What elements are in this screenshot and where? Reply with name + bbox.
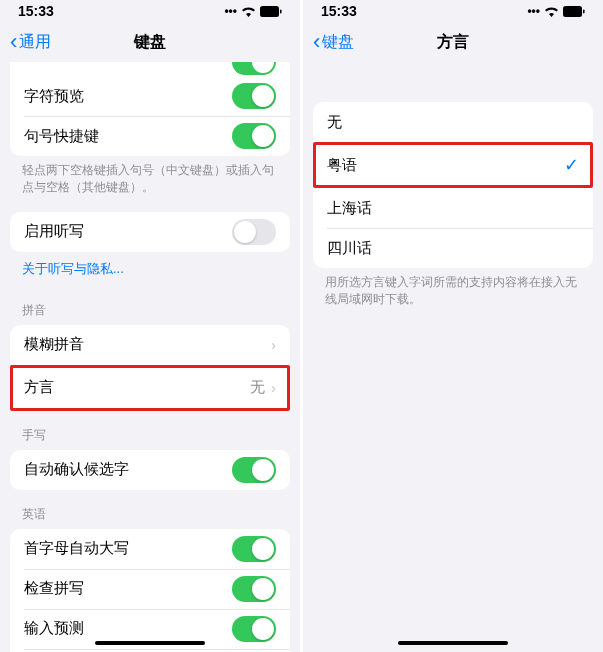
group-english: 首字母自动大写 检查拼写 输入预测 滑行键入时逐词删除 <box>10 529 290 652</box>
label: 粤语 <box>327 156 357 175</box>
chevron-right-icon: › <box>271 336 276 353</box>
label: 句号快捷键 <box>24 127 99 146</box>
toggle-partial[interactable] <box>232 62 276 75</box>
back-label: 键盘 <box>322 32 354 53</box>
row-check-spelling[interactable]: 检查拼写 <box>10 569 290 609</box>
row-partial <box>10 62 290 76</box>
svg-rect-1 <box>280 9 282 13</box>
nav-title: 方言 <box>437 32 469 53</box>
row-option-none[interactable]: 无 <box>313 102 593 142</box>
header-english: 英语 <box>0 490 300 529</box>
group-keyboard-options: 字符预览 句号快捷键 <box>10 62 290 156</box>
group-dialect-none: 无 <box>313 102 593 142</box>
footer-text: 轻点两下空格键插入句号（中文键盘）或插入句点与空格（其他键盘）。 <box>0 156 300 202</box>
header-pinyin: 拼音 <box>0 286 300 325</box>
group-dialect-rest: 上海话 四川话 <box>313 188 593 268</box>
group-pinyin-fuzzy: 模糊拼音 › <box>10 325 290 365</box>
status-time: 15:33 <box>321 3 357 19</box>
label: 模糊拼音 <box>24 335 84 354</box>
label: 四川话 <box>327 239 372 258</box>
header-handwriting: 手写 <box>0 411 300 450</box>
svg-rect-2 <box>563 6 582 17</box>
dictation-privacy-link[interactable]: 关于听写与隐私... <box>0 252 300 286</box>
nav-title: 键盘 <box>134 32 166 53</box>
toggle-check-spelling[interactable] <box>232 576 276 602</box>
status-bar: 15:33 ••• <box>0 0 300 22</box>
toggle-predictive[interactable] <box>232 616 276 642</box>
toggle-auto-cap[interactable] <box>232 536 276 562</box>
row-auto-confirm[interactable]: 自动确认候选字 <box>10 450 290 490</box>
svg-rect-0 <box>260 6 279 17</box>
row-char-preview[interactable]: 字符预览 <box>10 76 290 116</box>
row-period-shortcut[interactable]: 句号快捷键 <box>10 116 290 156</box>
home-indicator[interactable] <box>95 641 205 645</box>
label: 启用听写 <box>24 222 84 241</box>
back-button[interactable]: ‹ 通用 <box>10 29 51 55</box>
cellular-icon: ••• <box>527 4 540 18</box>
back-button[interactable]: ‹ 键盘 <box>313 29 354 55</box>
row-value: 无 › <box>250 378 276 397</box>
toggle-char-preview[interactable] <box>232 83 276 109</box>
row-option-sichuanese[interactable]: 四川话 <box>313 228 593 268</box>
check-icon: ✓ <box>564 154 579 176</box>
status-bar: 15:33 ••• <box>303 0 603 22</box>
row-fuzzy-pinyin[interactable]: 模糊拼音 › <box>10 325 290 365</box>
group-handwriting: 自动确认候选字 <box>10 450 290 490</box>
chevron-right-icon: › <box>271 379 276 396</box>
row-delete-word[interactable]: 滑行键入时逐词删除 <box>10 649 290 652</box>
row-option-shanghainese[interactable]: 上海话 <box>313 188 593 228</box>
group-dictation: 启用听写 <box>10 212 290 252</box>
label: 自动确认候选字 <box>24 460 129 479</box>
label: 首字母自动大写 <box>24 539 129 558</box>
battery-icon <box>563 6 585 17</box>
nav-bar: ‹ 通用 键盘 <box>0 22 300 62</box>
chevron-left-icon: ‹ <box>10 29 17 55</box>
highlight-cantonese: 粤语 ✓ <box>313 142 593 188</box>
row-option-cantonese[interactable]: 粤语 ✓ <box>316 145 590 185</box>
highlight-dialect: 方言 无 › <box>10 365 290 411</box>
status-icons: ••• <box>224 4 282 18</box>
battery-icon <box>260 6 282 17</box>
footer-text: 用所选方言键入字词所需的支持内容将在接入无线局域网时下载。 <box>303 268 603 314</box>
row-enable-dictation[interactable]: 启用听写 <box>10 212 290 252</box>
wifi-icon <box>544 6 559 17</box>
nav-bar: ‹ 键盘 方言 <box>303 22 603 62</box>
label: 输入预测 <box>24 619 84 638</box>
label: 方言 <box>24 378 54 397</box>
row-dialect[interactable]: 方言 无 › <box>13 368 287 408</box>
label: 字符预览 <box>24 87 84 106</box>
status-icons: ••• <box>527 4 585 18</box>
chevron-left-icon: ‹ <box>313 29 320 55</box>
label: 上海话 <box>327 199 372 218</box>
toggle-auto-confirm[interactable] <box>232 457 276 483</box>
status-time: 15:33 <box>18 3 54 19</box>
cellular-icon: ••• <box>224 4 237 18</box>
toggle-enable-dictation[interactable] <box>232 219 276 245</box>
label: 检查拼写 <box>24 579 84 598</box>
toggle-period-shortcut[interactable] <box>232 123 276 149</box>
row-auto-cap[interactable]: 首字母自动大写 <box>10 529 290 569</box>
wifi-icon <box>241 6 256 17</box>
home-indicator[interactable] <box>398 641 508 645</box>
label: 无 <box>327 113 342 132</box>
back-label: 通用 <box>19 32 51 53</box>
svg-rect-3 <box>583 9 585 13</box>
